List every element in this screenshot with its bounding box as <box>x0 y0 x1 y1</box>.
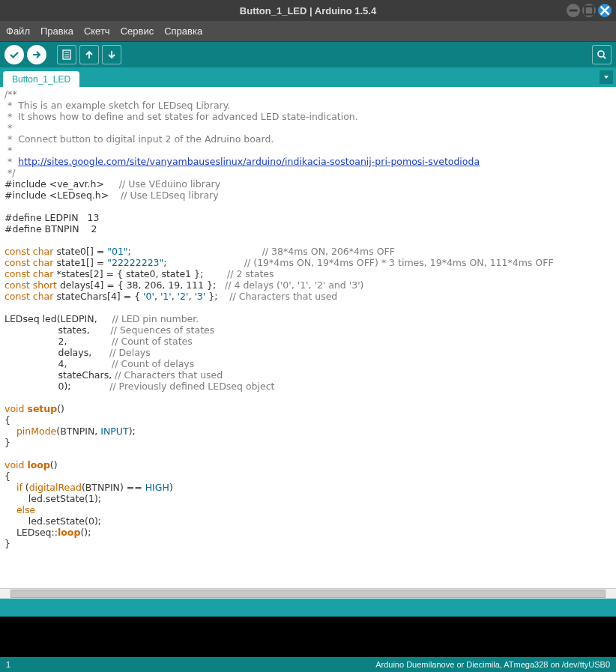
titlebar: Button_1_LED | Arduino 1.5.4 <box>0 0 616 21</box>
svg-rect-1 <box>585 7 594 15</box>
line-number: 1 <box>6 660 10 669</box>
window-controls <box>567 4 612 17</box>
arrow-right-icon <box>31 49 43 61</box>
menu-file[interactable]: Файл <box>6 25 30 37</box>
status-bar <box>0 599 616 617</box>
arrow-up-icon <box>83 49 95 61</box>
editor-pane: /** * This is an example sketch for LEDs… <box>0 87 616 599</box>
tab-menu-button[interactable] <box>600 70 613 84</box>
window-title: Button_1_LED | Arduino 1.5.4 <box>240 5 376 16</box>
menubar: Файл Правка Скетч Сервис Справка <box>0 21 616 42</box>
upload-button[interactable] <box>27 45 46 64</box>
toolbar <box>0 42 616 67</box>
svg-line-9 <box>603 56 606 58</box>
doc-link[interactable]: http://sites.google.com/site/vanyambause… <box>18 156 480 167</box>
file-icon <box>61 49 73 61</box>
svg-point-8 <box>598 51 604 57</box>
menu-edit[interactable]: Правка <box>40 25 73 37</box>
maximize-button[interactable] <box>582 4 596 17</box>
new-button[interactable] <box>57 45 76 64</box>
horizontal-scrollbar[interactable] <box>0 588 616 599</box>
tab-sketch[interactable]: Button_1_LED <box>3 71 79 87</box>
arrow-down-icon <box>106 49 118 61</box>
serial-icon <box>596 49 608 61</box>
open-button[interactable] <box>79 45 99 64</box>
console[interactable] <box>0 617 616 657</box>
tab-strip: Button_1_LED <box>0 67 616 87</box>
close-button[interactable] <box>598 4 612 17</box>
verify-button[interactable] <box>4 45 24 64</box>
code-editor[interactable]: /** * This is an example sketch for LEDs… <box>0 87 616 588</box>
scrollbar-thumb[interactable] <box>10 590 606 598</box>
menu-sketch[interactable]: Скетч <box>84 25 110 37</box>
close-icon <box>598 4 612 17</box>
check-icon <box>8 49 20 61</box>
minimize-button[interactable] <box>567 4 580 17</box>
minimize-icon <box>567 4 580 17</box>
save-button[interactable] <box>102 45 121 64</box>
menu-service[interactable]: Сервис <box>121 25 154 37</box>
menu-help[interactable]: Справка <box>164 25 202 37</box>
board-info: Arduino Duemilanove or Diecimila, ATmega… <box>375 660 610 669</box>
serial-monitor-button[interactable] <box>592 45 612 64</box>
chevron-down-icon <box>603 73 610 81</box>
footer: 1 Arduino Duemilanove or Diecimila, ATme… <box>0 657 616 672</box>
maximize-icon <box>582 4 596 17</box>
